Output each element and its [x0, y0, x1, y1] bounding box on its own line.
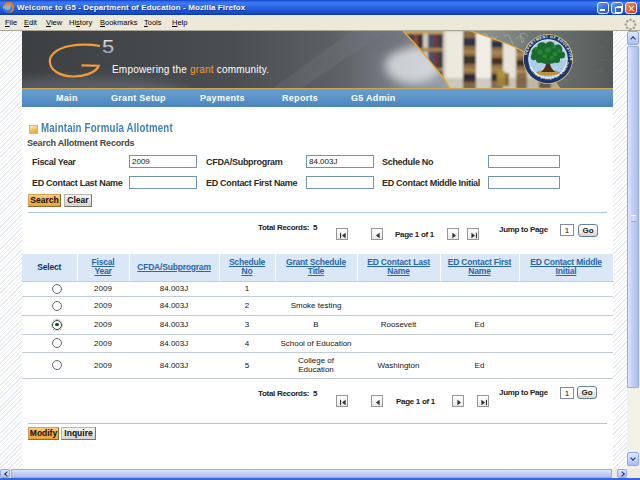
svg-text:Empowering the grant community: Empowering the grant community. [112, 64, 269, 75]
svg-text:5: 5 [102, 37, 114, 57]
